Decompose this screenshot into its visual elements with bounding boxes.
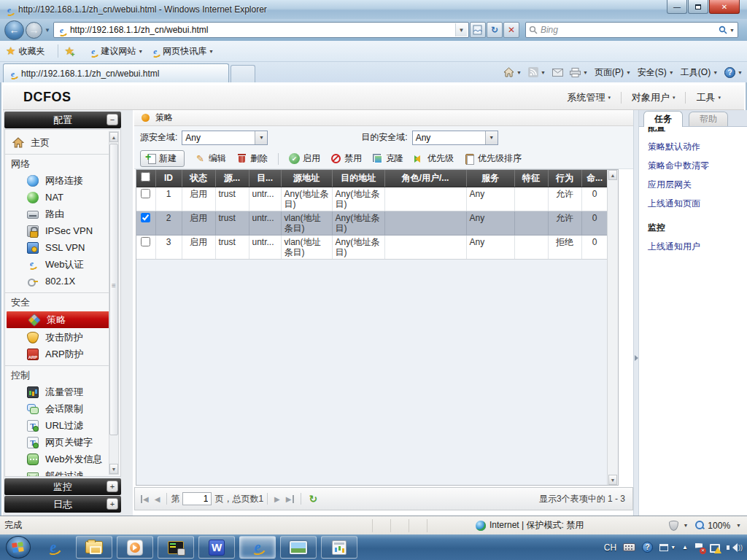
tab-help[interactable]: 帮助	[689, 112, 728, 126]
input-language-indicator[interactable]: CH	[604, 542, 616, 553]
safety-menu[interactable]: 安全(S) ▼	[638, 66, 674, 79]
link-policy-default-action[interactable]: 策略默认动作	[648, 141, 747, 153]
help-menu[interactable]: ? ▼	[724, 67, 743, 78]
sidebar-item-traffic-management[interactable]: 流量管理	[5, 384, 111, 400]
link-policy-hit-reset[interactable]: 策略命中数清零	[648, 160, 747, 172]
new-tab-button[interactable]	[231, 65, 255, 82]
sidebar-item-session-limit[interactable]: 会话限制	[5, 400, 111, 417]
restore-button[interactable]	[688, 0, 708, 14]
scroll-up-icon[interactable]: ▲	[608, 170, 617, 180]
sidebar-item-8021x[interactable]: 802.1X	[5, 273, 111, 289]
new-button[interactable]: 新建	[140, 150, 185, 167]
sidebar-item-nat[interactable]: NAT	[5, 189, 111, 206]
layout-tray-icon[interactable]: ▼	[659, 544, 676, 551]
suggested-sites-button[interactable]: e 建议网站 ▼	[88, 45, 143, 58]
select-arrow-icon[interactable]: ▼	[485, 131, 498, 144]
sidebar-item-attack-protection[interactable]: 攻击防护	[5, 329, 111, 346]
table-row-selected[interactable]: 2 启用 trust untr... vlan(地址条目) Any(地址条目) …	[136, 211, 608, 235]
sidebar-panel-log[interactable]: 日志 +	[4, 496, 121, 513]
volume-icon[interactable]: ))	[727, 543, 743, 552]
scroll-up-icon[interactable]: ▲	[109, 132, 118, 142]
page-number-input[interactable]	[182, 492, 212, 505]
table-scrollbar[interactable]: ▲ ▼	[607, 170, 618, 485]
next-page-button[interactable]: ▶	[274, 495, 280, 503]
expand-plus-button[interactable]: +	[107, 498, 118, 510]
favorites-button[interactable]: ★ 收藏夹	[6, 44, 44, 58]
keyboard-icon[interactable]	[623, 543, 635, 551]
edit-button[interactable]: ✎编辑	[195, 152, 226, 165]
taskbar-ie-active-icon[interactable]: e	[239, 536, 276, 559]
app-tools-menu[interactable]: 工具 ▾	[686, 91, 731, 104]
taskbar-media-player-icon[interactable]	[117, 536, 153, 559]
priority-sort-button[interactable]: 优先级排序	[464, 152, 522, 165]
taskbar-ie-pinned-icon[interactable]: e	[35, 536, 71, 559]
search-box[interactable]: Bing ▼	[525, 22, 738, 38]
expand-plus-button[interactable]: +	[107, 481, 118, 492]
taskbar-word-icon[interactable]: W	[198, 536, 235, 559]
sidebar-panel-config[interactable]: 配置 −	[4, 112, 121, 128]
row-checkbox[interactable]	[141, 189, 150, 198]
sidebar-item-arp-protection[interactable]: ARPARP防护	[5, 346, 111, 362]
tools-menu[interactable]: 工具(O) ▼	[681, 66, 718, 79]
search-go-icon[interactable]	[719, 26, 727, 34]
start-button[interactable]	[6, 536, 31, 559]
taskbar-photo-viewer-icon[interactable]	[280, 536, 317, 559]
panel-collapse-handle[interactable]	[633, 110, 639, 516]
add-favorite-button[interactable]: ★+	[64, 44, 81, 58]
sidebar-item-ssl-vpn[interactable]: SSL VPN	[5, 239, 111, 256]
sidebar-item-web-keyword[interactable]: T网页关键字	[5, 434, 111, 451]
sidebar-item-web-auth[interactable]: eWeb认证	[5, 256, 111, 273]
read-mail-button[interactable]	[552, 69, 563, 77]
sidebar-item-network-connection[interactable]: 网络连接	[5, 172, 111, 189]
scroll-down-icon[interactable]: ▼	[109, 464, 118, 474]
taskbar-terminal-icon[interactable]	[158, 536, 194, 559]
last-page-button[interactable]: ▶	[286, 495, 294, 503]
compatibility-view-button[interactable]	[470, 22, 486, 38]
refresh-button[interactable]: ↻	[487, 22, 503, 38]
sidebar-item-web-outgoing[interactable]: Web外发信息	[5, 451, 111, 467]
feeds-button[interactable]: ▼	[528, 67, 546, 77]
disable-button[interactable]: 禁用	[330, 152, 362, 165]
stop-button[interactable]: ✕	[503, 22, 519, 38]
sidebar-item-mail-filter[interactable]: 邮件过滤	[5, 467, 111, 477]
clone-button[interactable]: 克隆	[372, 152, 403, 165]
search-options-icon[interactable]: ▼	[729, 28, 735, 33]
sidebar-item-ipsec-vpn[interactable]: IPSec VPN	[5, 222, 111, 239]
help-tray-icon[interactable]: ?	[642, 542, 653, 553]
row-checkbox[interactable]	[141, 237, 150, 246]
priority-button[interactable]: 优先级	[414, 152, 454, 165]
protected-mode-icon[interactable]	[669, 521, 678, 531]
object-user-menu[interactable]: 对象用户 ▾	[622, 91, 686, 104]
address-url[interactable]: http://192.168.1.1/zh_cn/webui.html	[70, 25, 455, 35]
action-center-flag-icon[interactable]	[694, 543, 703, 552]
src-zone-select[interactable]: Any ▼	[182, 131, 268, 145]
browser-tab-active[interactable]: e http://192.168.1.1/zh_cn/webui.html	[3, 63, 229, 82]
zoom-icon[interactable]	[695, 521, 705, 530]
sidebar-scrollbar[interactable]: ▲ ▼	[109, 131, 119, 475]
enable-button[interactable]: ✔启用	[289, 152, 320, 165]
delete-button[interactable]: 删除	[236, 152, 268, 165]
forward-button[interactable]: →	[26, 22, 42, 39]
network-status-icon[interactable]	[710, 543, 720, 552]
collapse-minus-button[interactable]: −	[107, 114, 118, 125]
sidebar-item-policy[interactable]: 策略	[7, 311, 111, 328]
address-bar[interactable]: e http://192.168.1.1/zh_cn/webui.html ▼	[53, 22, 469, 38]
taskbar-app-window-icon[interactable]	[321, 536, 357, 559]
scroll-down-icon[interactable]: ▼	[608, 475, 617, 485]
chevron-down-icon[interactable]: ▼	[683, 523, 688, 528]
sidebar-panel-monitor[interactable]: 监控 +	[4, 478, 121, 495]
refresh-table-icon[interactable]: ↻	[309, 493, 318, 505]
minimize-button[interactable]: —	[667, 0, 687, 14]
address-dropdown-icon[interactable]: ▼	[455, 23, 467, 36]
show-hidden-icons[interactable]: ▲	[682, 544, 688, 551]
table-row[interactable]: 1 启用 trust untr... Any(地址条目) Any(地址条目) A…	[136, 187, 608, 211]
print-button[interactable]: ▼	[570, 68, 588, 77]
select-arrow-icon[interactable]: ▼	[255, 131, 267, 144]
search-placeholder[interactable]: Bing	[541, 25, 719, 35]
sidebar-item-home[interactable]: 主页	[5, 134, 111, 151]
back-button[interactable]: ←	[4, 20, 24, 40]
home-button[interactable]: ▼	[503, 67, 522, 77]
select-all-checkbox[interactable]	[141, 172, 150, 182]
page-menu[interactable]: 页面(P) ▼	[595, 66, 631, 79]
close-button[interactable]: ✕	[709, 0, 740, 14]
